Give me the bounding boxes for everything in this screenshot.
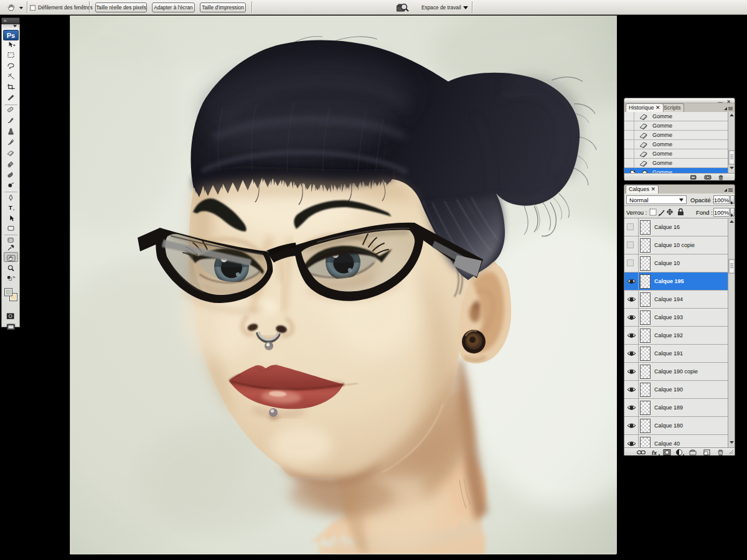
svg-text:T: T	[9, 204, 12, 211]
svg-text:fx: fx	[652, 450, 657, 456]
